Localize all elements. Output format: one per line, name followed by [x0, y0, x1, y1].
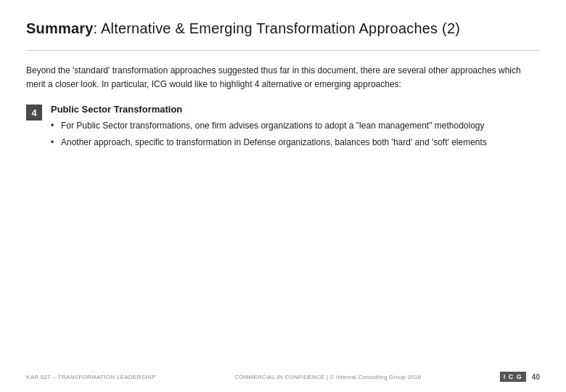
footer-left-text: KAR 027 – TRANSFORMATION LEADERSHIP — [26, 374, 156, 380]
section-4-title: Public Sector Transformation — [51, 104, 540, 115]
section-4-bullets: For Public Sector transformations, one f… — [51, 119, 540, 149]
footer-center-text: COMMERCIAL IN CONFIDENCE | © Internal Co… — [234, 374, 421, 380]
title-section: Summary: Alternative & Emerging Transfor… — [26, 20, 540, 37]
intro-paragraph: Beyond the 'standard' transformation app… — [26, 64, 540, 91]
footer-page-number: 40 — [532, 373, 540, 381]
icg-logo: I C G — [500, 372, 526, 382]
title-separator: : — [94, 20, 101, 36]
section-number-4: 4 — [26, 105, 42, 121]
footer: KAR 027 – TRANSFORMATION LEADERSHIP COMM… — [26, 372, 540, 382]
bullet-item-2: Another approach, specific to transforma… — [51, 136, 540, 150]
title-rest: Alternative & Emerging Transformation Ap… — [101, 20, 460, 36]
footer-right: I C G 40 — [500, 372, 540, 382]
title-summary: Summary — [26, 20, 94, 36]
bullet-item-1: For Public Sector transformations, one f… — [51, 119, 540, 133]
title-divider — [26, 50, 540, 51]
section-4: 4 Public Sector Transformation For Publi… — [26, 104, 540, 152]
page-title: Summary: Alternative & Emerging Transfor… — [26, 20, 540, 37]
section-4-content: Public Sector Transformation For Public … — [51, 104, 540, 152]
page: Summary: Alternative & Emerging Transfor… — [0, 0, 566, 392]
